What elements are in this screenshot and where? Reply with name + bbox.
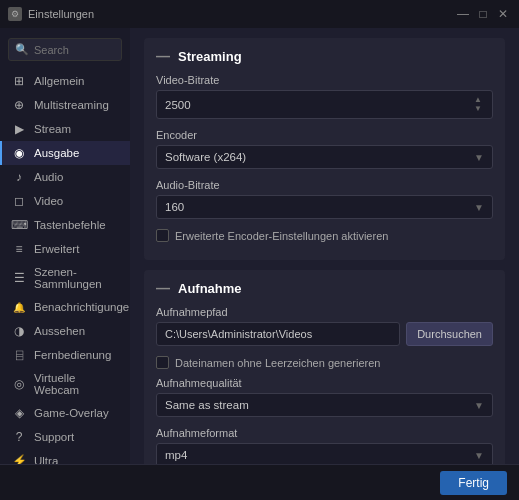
advanced-encoder-row: Erweiterte Encoder-Einstellungen aktivie… — [156, 229, 493, 242]
video-bitrate-value: 2500 — [165, 99, 191, 111]
qualitaet-value: Same as stream — [165, 399, 249, 411]
sidebar-item-label: Video — [34, 195, 63, 207]
format-group: Aufnahmeformat mp4 ▼ — [156, 427, 493, 464]
sidebar: 🔍 ⊞ Allgemein ⊕ Multistreaming ▶ Stream … — [0, 28, 130, 464]
titlebar-left: ⚙ Einstellungen — [8, 7, 94, 21]
sidebar-item-ultra[interactable]: ⚡ Ultra — [0, 449, 130, 464]
erweitert-icon: ≡ — [12, 242, 26, 256]
sidebar-item-label: Fernbedienung — [34, 349, 111, 361]
streaming-section: — Streaming Video-Bitrate 2500 ▲ ▼ Encod… — [144, 38, 505, 260]
bottom-bar: Fertig — [0, 464, 519, 500]
sidebar-item-label: Multistreaming — [34, 99, 109, 111]
sidebar-item-support[interactable]: ? Support — [0, 425, 130, 449]
minimize-button[interactable]: — — [455, 6, 471, 22]
dateinamen-row: Dateinamen ohne Leerzeichen generieren — [156, 356, 493, 369]
sidebar-item-label: Erweitert — [34, 243, 79, 255]
sidebar-item-label: Aussehen — [34, 325, 85, 337]
format-label: Aufnahmeformat — [156, 427, 493, 439]
format-arrow-icon: ▼ — [474, 450, 484, 461]
dateinamen-label: Dateinamen ohne Leerzeichen generieren — [175, 357, 380, 369]
close-button[interactable]: ✕ — [495, 6, 511, 22]
streaming-section-header: — Streaming — [156, 48, 493, 64]
titlebar-controls: — □ ✕ — [455, 6, 511, 22]
audio-bitrate-select[interactable]: 160 ▼ — [156, 195, 493, 219]
sidebar-item-label: Allgemein — [34, 75, 85, 87]
qualitaet-label: Aufnahmequalität — [156, 377, 493, 389]
qualitaet-arrow-icon: ▼ — [474, 400, 484, 411]
aufnahme-title: Aufnahme — [178, 281, 242, 296]
sidebar-item-tastenbefehle[interactable]: ⌨ Tastenbefehle — [0, 213, 130, 237]
sidebar-item-benachrichtigungen[interactable]: 🔔 Benachrichtigungen — [0, 295, 130, 319]
sidebar-item-allgemein[interactable]: ⊞ Allgemein — [0, 69, 130, 93]
stream-icon: ▶ — [12, 122, 26, 136]
sidebar-item-label: Tastenbefehle — [34, 219, 106, 231]
pfad-label: Aufnahmepfad — [156, 306, 493, 318]
audio-bitrate-group: Audio-Bitrate 160 ▼ — [156, 179, 493, 219]
sidebar-item-szenen-sammlungen[interactable]: ☰ Szenen-Sammlungen — [0, 261, 130, 295]
sidebar-item-ausgabe[interactable]: ◉ Ausgabe — [0, 141, 130, 165]
sidebar-item-multistreaming[interactable]: ⊕ Multistreaming — [0, 93, 130, 117]
sidebar-item-label: Virtuelle Webcam — [34, 372, 120, 396]
sidebar-item-label: Audio — [34, 171, 63, 183]
ausgabe-icon: ◉ — [12, 146, 26, 160]
app-icon: ⚙ — [8, 7, 22, 21]
encoder-label: Encoder — [156, 129, 493, 141]
aufnahme-section: — Aufnahme Aufnahmepfad Durchsuchen Date… — [144, 270, 505, 464]
path-row: Durchsuchen — [156, 322, 493, 346]
browse-button[interactable]: Durchsuchen — [406, 322, 493, 346]
search-box[interactable]: 🔍 — [8, 38, 122, 61]
settings-main: — Streaming Video-Bitrate 2500 ▲ ▼ Encod… — [130, 28, 519, 464]
search-input[interactable] — [34, 44, 115, 56]
audio-icon: ♪ — [12, 170, 26, 184]
titlebar: ⚙ Einstellungen — □ ✕ — [0, 0, 519, 28]
pfad-group: Aufnahmepfad Durchsuchen — [156, 306, 493, 346]
sidebar-item-video[interactable]: ◻ Video — [0, 189, 130, 213]
sidebar-item-virtuelle-webcam[interactable]: ◎ Virtuelle Webcam — [0, 367, 130, 401]
video-bitrate-spinbox[interactable]: 2500 ▲ ▼ — [156, 90, 493, 119]
fertig-button[interactable]: Fertig — [440, 471, 507, 495]
search-icon: 🔍 — [15, 43, 29, 56]
spinbox-up-button[interactable]: ▲ — [472, 96, 484, 104]
fernbedienung-icon: ⌸ — [12, 348, 26, 362]
format-select[interactable]: mp4 ▼ — [156, 443, 493, 464]
video-icon: ◻ — [12, 194, 26, 208]
sidebar-item-stream[interactable]: ▶ Stream — [0, 117, 130, 141]
ultra-icon: ⚡ — [12, 454, 26, 464]
sidebar-item-label: Game-Overlay — [34, 407, 109, 419]
aufnahme-collapse-icon[interactable]: — — [156, 280, 170, 296]
sidebar-item-label: Szenen-Sammlungen — [34, 266, 120, 290]
sidebar-item-label: Ausgabe — [34, 147, 79, 159]
video-bitrate-label: Video-Bitrate — [156, 74, 493, 86]
encoder-select[interactable]: Software (x264) ▼ — [156, 145, 493, 169]
pfad-input[interactable] — [156, 322, 400, 346]
aufnahme-section-header: — Aufnahme — [156, 280, 493, 296]
video-bitrate-group: Video-Bitrate 2500 ▲ ▼ — [156, 74, 493, 119]
support-icon: ? — [12, 430, 26, 444]
sidebar-item-audio[interactable]: ♪ Audio — [0, 165, 130, 189]
advanced-encoder-checkbox[interactable] — [156, 229, 169, 242]
sidebar-item-fernbedienung[interactable]: ⌸ Fernbedienung — [0, 343, 130, 367]
spinbox-down-button[interactable]: ▼ — [472, 105, 484, 113]
sidebar-item-game-overlay[interactable]: ◈ Game-Overlay — [0, 401, 130, 425]
sidebar-item-label: Support — [34, 431, 74, 443]
audio-bitrate-arrow-icon: ▼ — [474, 202, 484, 213]
sidebar-item-label: Ultra — [34, 455, 58, 464]
settings-window: ⚙ Einstellungen — □ ✕ 🔍 ⊞ Allgemein ⊕ Mu… — [0, 0, 519, 500]
sidebar-item-label: Benachrichtigungen — [34, 301, 136, 313]
webcam-icon: ◎ — [12, 377, 26, 391]
dateinamen-checkbox[interactable] — [156, 356, 169, 369]
maximize-button[interactable]: □ — [475, 6, 491, 22]
qualitaet-select[interactable]: Same as stream ▼ — [156, 393, 493, 417]
encoder-arrow-icon: ▼ — [474, 152, 484, 163]
sidebar-item-erweitert[interactable]: ≡ Erweitert — [0, 237, 130, 261]
benachrichtigungen-icon: 🔔 — [12, 300, 26, 314]
audio-bitrate-value: 160 — [165, 201, 184, 213]
overlay-icon: ◈ — [12, 406, 26, 420]
format-value: mp4 — [165, 449, 187, 461]
aussehen-icon: ◑ — [12, 324, 26, 338]
streaming-title: Streaming — [178, 49, 242, 64]
sidebar-item-aussehen[interactable]: ◑ Aussehen — [0, 319, 130, 343]
streaming-collapse-icon[interactable]: — — [156, 48, 170, 64]
qualitaet-group: Aufnahmequalität Same as stream ▼ — [156, 377, 493, 417]
sidebar-item-label: Stream — [34, 123, 71, 135]
